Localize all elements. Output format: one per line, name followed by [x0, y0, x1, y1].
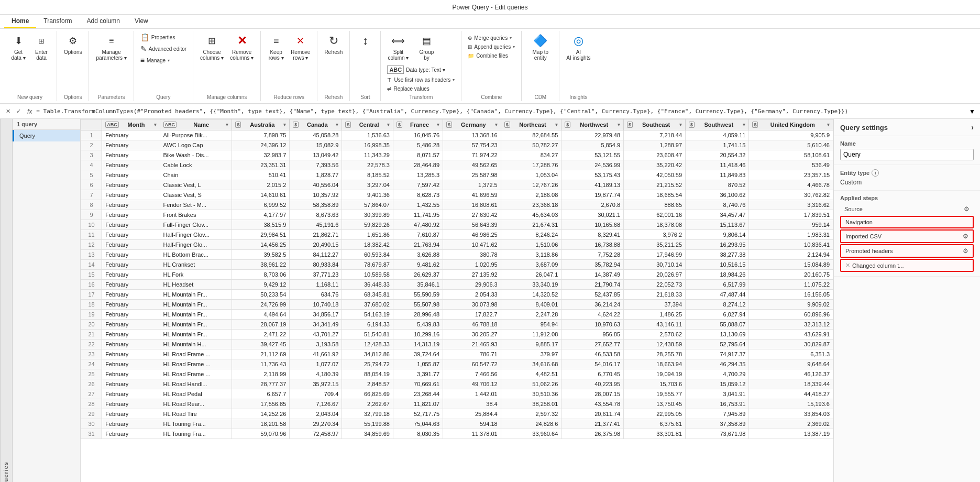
col-header-southeast[interactable]: $ Southeast ▾	[624, 119, 686, 130]
applied-step-changed-column-t...[interactable]: ✕Changed column t...	[840, 259, 974, 272]
table-row[interactable]: 22FebruaryHL Mountain H...39,427.453,193…	[81, 339, 833, 349]
col-header-australia[interactable]: $ Australia ▾	[232, 119, 290, 130]
col-filter-icon[interactable]: ▾	[743, 122, 745, 127]
get-data-button[interactable]: ⬇ Getdata ▾	[7, 32, 29, 62]
formula-close-button[interactable]: ✕	[3, 107, 13, 116]
table-row[interactable]: 4FebruaryCable Lock23,351.317,393.5622,5…	[81, 160, 833, 170]
replace-values-button[interactable]: ⇌ Replace values	[385, 85, 457, 93]
remove-columns-button[interactable]: ✕ Removecolumns ▾	[227, 32, 256, 62]
table-row[interactable]: 2FebruaryAWC Logo Cap24,396.1215,082.916…	[81, 140, 833, 150]
table-row[interactable]: 19FebruaryHL Mountain Fr...4,494.6434,85…	[81, 310, 833, 320]
tab-view[interactable]: View	[127, 15, 156, 28]
table-row[interactable]: 8FebruaryFender Set - M...6,999.5258,358…	[81, 200, 833, 210]
col-filter-icon[interactable]: ▾	[336, 122, 338, 127]
map-to-entity-button[interactable]: 🔷 Map toentity	[526, 32, 555, 62]
col-header-central[interactable]: $ Central ▾	[342, 119, 393, 130]
tab-home[interactable]: Home	[4, 15, 36, 28]
table-row[interactable]: 1FebruaryAll-Purpose Bik...7,898.7545,05…	[81, 130, 833, 140]
table-row[interactable]: 9FebruaryFront Brakes4,177.978,673.6330,…	[81, 210, 833, 220]
table-row[interactable]: 13FebruaryHL Bottom Brac...39,582.584,11…	[81, 250, 833, 260]
col-filter-icon[interactable]: ▾	[827, 122, 830, 127]
applied-step-promoted-headers[interactable]: Promoted headers⚙	[840, 244, 974, 258]
step-gear-icon[interactable]: ⚙	[963, 233, 968, 240]
table-row[interactable]: 28FebruaryHL Road Rear...17,556.857,126.…	[81, 399, 833, 409]
ai-insights-button[interactable]: ◎ AIAI insights	[564, 32, 593, 62]
table-row[interactable]: 29FebruaryHL Road Tire14,252.262,043.043…	[81, 409, 833, 419]
table-row[interactable]: 20FebruaryHL Mountain Fr...28,067.1934,3…	[81, 320, 833, 330]
group-by-button[interactable]: ▤ Groupby	[413, 32, 439, 62]
col-filter-icon[interactable]: ▾	[387, 122, 390, 127]
table-row[interactable]: 25FebruaryHL Road Frame ...2,118.994,180…	[81, 369, 833, 379]
formula-expand-button[interactable]: ▼	[967, 107, 977, 116]
sort-button[interactable]: ↕	[354, 32, 376, 51]
tab-transform[interactable]: Transform	[36, 15, 79, 28]
table-row[interactable]: 12FebruaryHalf-Finger Glo...14,456.2520,…	[81, 240, 833, 250]
manage-button[interactable]: ≡ Manage ▾	[138, 55, 189, 65]
table-row[interactable]: 6FebruaryClassic Vest, L2,015.240,556.04…	[81, 180, 833, 190]
step-delete-icon[interactable]: ✕	[845, 262, 850, 269]
formula-check-button[interactable]: ✓	[14, 107, 23, 116]
refresh-button[interactable]: ↻ Refresh	[322, 32, 345, 57]
table-row[interactable]: 27FebruaryHL Road Pedal6,657.7709.466,82…	[81, 389, 833, 399]
formula-input[interactable]: = Table.TransformColumnTypes(#"Promoted …	[36, 108, 965, 115]
col-header-france[interactable]: $ France ▾	[393, 119, 443, 130]
enter-data-button[interactable]: ⊞ Enterdata	[30, 32, 52, 62]
col-filter-icon[interactable]: ▾	[495, 122, 498, 127]
query-name-input[interactable]	[840, 149, 974, 160]
table-row[interactable]: 14FebruaryHL Crankset38,961.2280,933.847…	[81, 260, 833, 270]
col-filter-icon[interactable]: ▾	[679, 122, 682, 127]
table-row[interactable]: 7FebruaryClassic Vest, S14,610.6110,357.…	[81, 190, 833, 200]
properties-button[interactable]: 📋 Properties	[138, 32, 189, 42]
col-header-name[interactable]: ABC Name ▾	[160, 119, 232, 130]
col-filter-icon[interactable]: ▾	[226, 122, 228, 127]
tab-add-column[interactable]: Add column	[80, 15, 127, 28]
applied-step-navigation[interactable]: Navigation	[840, 216, 974, 228]
col-filter-icon[interactable]: ▾	[283, 122, 286, 127]
query-item[interactable]: Query	[13, 130, 80, 141]
table-row[interactable]: 15FebruaryHL Fork8,703.0637,771.2310,589…	[81, 270, 833, 280]
table-row[interactable]: 17FebruaryHL Mountain Fr...50,233.54634.…	[81, 290, 833, 300]
col-filter-icon[interactable]: ▾	[555, 122, 558, 127]
use-first-row-button[interactable]: ⊤ Use first row as headers ▾	[385, 76, 457, 84]
entity-type-info-icon[interactable]: i	[872, 169, 879, 177]
col-header-northwest[interactable]: $ Northwest ▾	[561, 119, 624, 130]
table-row[interactable]: 5FebruaryChain510.411,828.778,185.5213,2…	[81, 170, 833, 180]
merge-queries-button[interactable]: ⊕ Merge queries ▾	[466, 34, 514, 42]
applied-step-source[interactable]: Source⚙	[840, 203, 974, 215]
col-header-northeast[interactable]: $ Northeast ▾	[501, 119, 561, 130]
col-header-united-kingdom[interactable]: $ United Kingdom ▾	[749, 119, 833, 130]
split-column-button[interactable]: ⟺ Splitcolumn ▾	[385, 32, 411, 62]
step-gear-icon[interactable]: ⚙	[964, 205, 970, 213]
data-grid-container[interactable]: ABC Month ▾ ABC Name ▾ $ Australia ▾ $ C…	[81, 119, 833, 482]
col-filter-icon[interactable]: ▾	[154, 122, 157, 127]
table-row[interactable]: 26FebruaryHL Road Handl...28,777.3735,97…	[81, 379, 833, 389]
step-gear-icon[interactable]: ⚙	[963, 247, 968, 255]
remove-rows-button[interactable]: ✕ Removerows ▾	[288, 32, 313, 62]
table-row[interactable]: 23FebruaryHL Road Frame ...21,112.6941,6…	[81, 349, 833, 359]
col-filter-icon[interactable]: ▾	[437, 122, 439, 127]
advanced-editor-button[interactable]: ✎ Advanced editor	[138, 43, 189, 54]
col-filter-icon[interactable]: ▾	[618, 122, 620, 127]
table-row[interactable]: 18FebruaryHL Mountain Fr...24,726.9910,7…	[81, 300, 833, 310]
manage-parameters-button[interactable]: ≡ Manageparameters ▾	[93, 32, 129, 62]
table-row[interactable]: 3FebruaryBike Wash - Dis...32,983.713,04…	[81, 150, 833, 160]
table-row[interactable]: 16FebruaryHL Headset9,429.121,168.1136,4…	[81, 280, 833, 290]
options-button[interactable]: ⚙ Options	[61, 32, 84, 57]
col-header-southwest[interactable]: $ Southwest ▾	[686, 119, 749, 130]
data-type-button[interactable]: ABC Data type: Text ▾	[385, 64, 457, 75]
keep-rows-button[interactable]: ≡ Keeprows ▾	[265, 32, 287, 62]
table-row[interactable]: 24FebruaryHL Road Frame ...11,736.431,07…	[81, 359, 833, 369]
table-row[interactable]: 11FebruaryHalf-Finger Glov...29,984.5121…	[81, 230, 833, 240]
combine-files-button[interactable]: 📁 Combine files	[466, 52, 510, 60]
append-queries-button[interactable]: ⊞ Append queries ▾	[466, 43, 517, 51]
col-header-canada[interactable]: $ Canada ▾	[290, 119, 342, 130]
choose-columns-button[interactable]: ⊞ Choosecolumns ▾	[197, 32, 226, 62]
table-row[interactable]: 10FebruaryFull-Finger Glov...38,515.945,…	[81, 220, 833, 230]
table-row[interactable]: 21FebruaryHL Mountain Fr...2,471.2243,70…	[81, 330, 833, 339]
right-panel-close-button[interactable]: ›	[971, 123, 974, 132]
col-header-germany[interactable]: $ Germany ▾	[443, 119, 501, 130]
table-row[interactable]: 31FebruaryHL Touring Fra...59,070.9672,4…	[81, 429, 833, 439]
applied-step-imported-csv[interactable]: Imported CSV⚙	[840, 229, 974, 243]
col-header-month[interactable]: ABC Month ▾	[102, 119, 160, 130]
table-row[interactable]: 30FebruaryHL Touring Fra...18,201.5829,2…	[81, 419, 833, 429]
